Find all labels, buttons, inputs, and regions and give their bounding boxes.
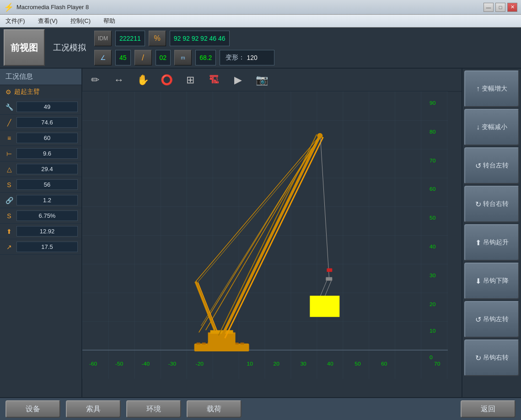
svg-rect-29 (327, 268, 332, 272)
info-row-8: ⬆ 12.92 (0, 224, 81, 239)
svg-text:10: 10 (247, 361, 253, 366)
angle-field: 45 (115, 50, 131, 65)
hand-tool-button[interactable]: ✋ (134, 71, 152, 89)
svg-point-31 (317, 133, 322, 139)
load-button[interactable]: 载荷 (187, 400, 242, 418)
panel-title: 工况信息 (0, 69, 81, 85)
hook-up-button[interactable]: ⬆ 吊钩起升 (464, 224, 519, 261)
angle-icon[interactable]: ∠ (94, 50, 112, 65)
code-field: 222211 (115, 31, 145, 46)
info-value-3: 9.6 (16, 148, 78, 159)
slash-icon[interactable]: / (134, 50, 152, 65)
info-icon-9: ↗ (4, 243, 15, 251)
info-icon-7: S (4, 212, 15, 220)
canvas-area[interactable]: ✏ ↔ ✋ ⭕ ⊞ 🏗 ▶ 📷 (82, 69, 462, 397)
play-tool-button[interactable]: ▶ (229, 71, 247, 89)
menu-control[interactable]: 控制(C) (69, 16, 92, 26)
hook-down-icon: ⬇ (475, 277, 481, 285)
svg-text:-40: -40 (142, 361, 150, 366)
svg-text:30: 30 (430, 272, 436, 278)
maximize-button[interactable]: □ (495, 3, 505, 12)
equipment-button[interactable]: 设备 (5, 400, 60, 418)
select-tool-button[interactable]: ✏ (86, 71, 104, 89)
content-area: 工况信息 ⚙ 超起主臂 🔧 49 ╱ 74.6 ≡ 60 ⊢ 9.6 (0, 69, 521, 397)
info-icon-4: △ (4, 166, 15, 173)
deform-field: 变形： 120 (220, 50, 274, 65)
rigging-button[interactable]: 索具 (66, 400, 121, 418)
hook-right-label: 吊钩右转 (483, 354, 509, 362)
main-canvas: -60 -50 -40 -30 -20 10 20 30 40 50 60 90… (82, 92, 448, 379)
info-row-4: △ 29.4 (0, 162, 81, 177)
hook-right-button[interactable]: ↻ 吊钩右转 (464, 339, 519, 376)
tool-icons-bar: ✏ ↔ ✋ ⭕ ⊞ 🏗 ▶ 📷 (82, 69, 462, 92)
measure-tool-button[interactable]: ↔ (110, 71, 128, 89)
camera-tool-button[interactable]: 📷 (252, 71, 271, 89)
window-title: Macromedia Flash Player 8 (16, 4, 483, 11)
turntable-left-label: 转台左转 (483, 162, 509, 170)
front-view-button[interactable]: 前视图 (4, 29, 45, 66)
bottom-toolbar: 设备 索具 环境 载荷 返回 (0, 397, 521, 420)
hook-down-label: 吊钩下降 (483, 277, 509, 285)
info-row-1: ╱ 74.6 (0, 115, 81, 130)
hook-up-icon: ⬆ (475, 238, 481, 247)
svg-text:40: 40 (327, 361, 333, 366)
amplitude-decrease-button[interactable]: ↓ 变幅减小 (464, 109, 519, 145)
svg-text:-30: -30 (168, 361, 177, 366)
panel-subtitle-text: 超起主臂 (14, 88, 40, 96)
hook-up-label: 吊钩起升 (483, 238, 509, 247)
hook-right-icon: ↻ (475, 354, 481, 362)
turntable-left-button[interactable]: ↺ 转台左转 (464, 147, 519, 184)
svg-text:70: 70 (430, 157, 436, 163)
svg-text:10: 10 (430, 328, 436, 334)
amplitude-increase-label: 变幅增大 (482, 85, 507, 93)
menu-view[interactable]: 查看(V) (36, 16, 59, 26)
menu-file[interactable]: 文件(F) (4, 16, 27, 26)
svg-rect-26 (326, 277, 332, 281)
hook-down-button[interactable]: ⬇ 吊钩下降 (464, 263, 519, 299)
info-icon-3: ⊢ (4, 150, 15, 157)
turntable-right-icon: ↻ (475, 200, 481, 209)
meter-icon[interactable]: m (174, 50, 192, 65)
info-row-5: S 56 (0, 177, 81, 193)
circle-tool-button[interactable]: ⭕ (157, 71, 176, 89)
window-controls: — □ ✕ (483, 3, 517, 12)
environment-button[interactable]: 环境 (126, 400, 181, 418)
svg-text:-50: -50 (115, 361, 124, 366)
close-button[interactable]: ✕ (507, 3, 517, 12)
hook-left-label: 吊钩左转 (483, 315, 509, 323)
crane-tool-button[interactable]: 🏗 (205, 71, 223, 89)
grid-tool-button[interactable]: ⊞ (181, 71, 199, 89)
info-icon-8: ⬆ (4, 228, 15, 235)
svg-rect-14 (210, 330, 233, 334)
menubar: 文件(F) 查看(V) 控制(C) 帮助 (0, 15, 521, 27)
svg-text:60: 60 (430, 186, 436, 192)
svg-text:-60: -60 (89, 361, 97, 366)
right-panel: ↑ 变幅增大 ↓ 变幅减小 ↺ 转台左转 ↻ 转台右转 ⬆ 吊钩起升 ⬇ 吊钩下… (462, 69, 521, 397)
hook-left-button[interactable]: ↺ 吊钩左转 (464, 301, 519, 338)
svg-text:30: 30 (300, 361, 306, 366)
return-button[interactable]: 返回 (461, 400, 516, 418)
code-icon[interactable]: IDM (94, 31, 112, 46)
svg-text:40: 40 (430, 243, 436, 249)
minimize-button[interactable]: — (483, 3, 494, 12)
turntable-right-button[interactable]: ↻ 转台右转 (464, 186, 519, 222)
panel-subtitle: ⚙ 超起主臂 (0, 85, 81, 99)
meter-field: 68.2 (195, 50, 216, 65)
amplitude-increase-button[interactable]: ↑ 变幅增大 (464, 70, 519, 107)
info-icon-5: S (4, 181, 15, 188)
svg-text:90: 90 (430, 100, 436, 106)
scenario-label: 工况模拟 (53, 42, 86, 53)
percent-field: 92 92 92 92 46 46 (170, 31, 230, 46)
amplitude-decrease-icon: ↓ (476, 123, 480, 131)
svg-text:20: 20 (273, 361, 279, 366)
info-value-2: 60 (16, 133, 78, 143)
left-panel: 工况信息 ⚙ 超起主臂 🔧 49 ╱ 74.6 ≡ 60 ⊢ 9.6 (0, 69, 82, 397)
percent-icon[interactable]: % (149, 31, 166, 46)
info-icon-0: 🔧 (4, 103, 15, 111)
info-value-4: 29.4 (16, 164, 78, 174)
menu-help[interactable]: 帮助 (102, 16, 117, 26)
info-value-6: 1.2 (16, 195, 78, 205)
info-row-6: 🔗 1.2 (0, 193, 81, 208)
svg-rect-12 (241, 343, 244, 345)
svg-text:70: 70 (434, 361, 440, 366)
